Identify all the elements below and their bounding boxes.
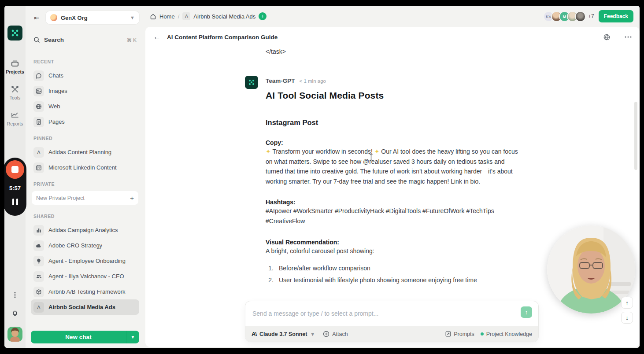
rail-item-reports[interactable]: Reports xyxy=(7,111,23,126)
pause-recording-button[interactable] xyxy=(12,199,18,205)
calendar-icon xyxy=(33,162,44,173)
org-name: GenX Org xyxy=(61,15,126,21)
rail-item-tools[interactable]: Tools xyxy=(10,85,21,100)
breadcrumb: Home / A Airbnb Social Media Ads + xyxy=(150,12,266,20)
search-shortcut: ⌘ K xyxy=(127,37,137,43)
message-heading: AI Tool Social Media Posts xyxy=(266,90,523,101)
app-window: Projects Tools Reports 5:57 ⇤ xyxy=(4,6,640,348)
send-arrow-icon: ↑ xyxy=(525,309,528,316)
attach-plus-icon xyxy=(323,331,329,337)
sidebar-item-web[interactable]: Web xyxy=(31,99,139,114)
message-input[interactable] xyxy=(252,310,521,317)
message-composer: ↑ A\ Claude 3.7 Sonnet ▼ Attach xyxy=(245,301,538,342)
stop-icon xyxy=(11,166,19,173)
topbar: Home / A Airbnb Social Media Ads + KV M … xyxy=(144,6,640,27)
project-knowledge-button[interactable]: Project Knowledge xyxy=(481,331,532,337)
list-item: 1. Before/after workflow comparison xyxy=(266,265,523,272)
prompts-button[interactable]: Prompts xyxy=(445,331,474,337)
copy-label: Copy: xyxy=(266,139,523,146)
scroll-down-button[interactable]: ↓ xyxy=(621,312,633,324)
new-chat-button[interactable]: New chat xyxy=(31,331,126,343)
section-title-pinned: PINNED xyxy=(33,136,137,141)
stop-recording-button[interactable] xyxy=(6,160,24,179)
project-letter-badge: A xyxy=(182,12,190,20)
team-gpt-avatar-icon xyxy=(245,76,258,89)
recording-timer: 5:57 xyxy=(9,185,21,192)
sidebar-item-pages[interactable]: Pages xyxy=(31,114,139,129)
section-title-recent: RECENT xyxy=(33,59,137,64)
chevron-down-icon: ▼ xyxy=(131,335,135,339)
letter-a-badge: A xyxy=(33,302,44,313)
model-name: Claude 3.7 Sonnet xyxy=(259,331,307,337)
avatar xyxy=(575,11,586,22)
sidebar: ⇤ GenX Org ▼ Search ⌘ K RECENT Chats Ima… xyxy=(26,6,144,348)
sidebar-item-adobe-cro-strategy[interactable]: Adobe CRO Strategy xyxy=(31,238,139,253)
projects-icon xyxy=(11,59,19,68)
user-avatar[interactable] xyxy=(7,327,22,342)
users-icon xyxy=(33,271,44,282)
screen-recorder-widget: 5:57 xyxy=(4,158,26,216)
visual-intro: A bright, colorful carousel post showing… xyxy=(266,246,523,256)
back-arrow-icon[interactable]: ← xyxy=(153,33,161,41)
home-icon[interactable] xyxy=(150,13,156,20)
team-gpt-logo-icon[interactable] xyxy=(7,26,22,41)
sidebar-item-airbnb-social-media-ads[interactable]: A Airbnb Social Media Ads xyxy=(31,299,139,315)
visual-recommendation-list: 1. Before/after workflow comparison 2. U… xyxy=(266,265,523,284)
chevron-down-icon: ▼ xyxy=(310,332,315,337)
feedback-button[interactable]: Feedback xyxy=(599,10,633,22)
visual-recommendation-label: Visual Recommendation: xyxy=(266,239,523,246)
send-button[interactable]: ↑ xyxy=(521,306,532,318)
arrow-down-icon: ↓ xyxy=(625,314,629,321)
sparkle-icon: ✦ xyxy=(266,148,271,155)
share-globe-icon[interactable] xyxy=(603,33,611,41)
new-private-project-row[interactable]: New Private Project + xyxy=(32,191,138,205)
bar-chart-icon xyxy=(33,225,44,236)
sidebar-item-adidas-content-planning[interactable]: A Adidas Content Planning xyxy=(31,144,139,160)
prompts-icon xyxy=(445,331,451,337)
breadcrumb-current[interactable]: Airbnb Social Media Ads xyxy=(193,13,255,20)
list-item: 2. User testimonial with lifestyle photo… xyxy=(266,277,523,284)
org-selector[interactable]: GenX Org ▼ xyxy=(46,11,139,24)
more-options-ellipsis-icon[interactable] xyxy=(625,36,632,38)
member-avatars[interactable]: KV M +7 xyxy=(543,11,594,22)
chevron-down-icon: ▼ xyxy=(130,15,135,20)
sidebar-item-agent-iliya-valchanov-ceo[interactable]: Agent - Iliya Valchanov - CEO xyxy=(31,269,139,284)
arrow-up-icon: ↑ xyxy=(625,299,629,306)
section-title-shared: SHARED xyxy=(33,214,137,219)
attach-button[interactable]: Attach xyxy=(323,331,348,337)
sidebar-item-microsoft-linkedin-content[interactable]: Microsoft LinkedIn Content xyxy=(31,160,139,175)
rail-item-projects[interactable]: Projects xyxy=(6,59,24,74)
breadcrumb-home[interactable]: Home xyxy=(159,13,175,20)
knowledge-status-dot-icon xyxy=(481,332,484,336)
chat-header: ← AI Content Platform Comparison Guide xyxy=(145,27,640,47)
collapse-sidebar-button[interactable]: ⇤ xyxy=(31,12,42,23)
package-icon xyxy=(33,287,44,297)
scrollbar-thumb[interactable] xyxy=(634,102,637,170)
search-label: Search xyxy=(44,37,123,43)
notifications-bell-icon[interactable] xyxy=(11,308,19,317)
rail-item-label: Projects xyxy=(6,69,24,74)
sidebar-item-images[interactable]: Images xyxy=(31,83,139,99)
left-rail: Projects Tools Reports 5:57 xyxy=(4,6,26,348)
hashtags-text: #AIpower #WorkSmarter #ProductivityHack … xyxy=(266,206,523,226)
section-title-private: PRIVATE xyxy=(33,181,137,187)
sidebar-item-adidas-campaign-analytics[interactable]: Adidas Campaign Analytics xyxy=(31,222,139,238)
new-chat-plus-icon[interactable]: + xyxy=(259,12,266,20)
instagram-post-heading: Instagram Post xyxy=(266,118,523,127)
new-chat-dropdown-button[interactable]: ▼ xyxy=(126,331,139,343)
scroll-up-button[interactable]: ↑ xyxy=(621,297,633,309)
letter-a-badge: A xyxy=(33,147,44,158)
tools-icon xyxy=(11,85,19,94)
sidebar-item-airbnb-ab-testing-framework[interactable]: Airbnb A/B Testing Framework xyxy=(31,284,139,299)
add-private-project-icon[interactable]: + xyxy=(130,194,134,202)
model-selector[interactable]: A\ Claude 3.7 Sonnet ▼ xyxy=(252,331,315,337)
message-timestamp: < 1 min ago xyxy=(300,78,326,84)
more-options-kebab-icon[interactable] xyxy=(12,291,18,299)
sidebar-item-chats[interactable]: Chats xyxy=(31,68,139,83)
search-icon xyxy=(33,37,40,43)
copy-text: ✦ Transform your workflow in seconds! ✦ … xyxy=(266,147,523,186)
sidebar-item-agent-employee-onboarding[interactable]: Agent - Employee Onboarding xyxy=(31,253,139,269)
search-button[interactable]: Search ⌘ K xyxy=(31,34,139,46)
page-icon xyxy=(33,117,44,127)
new-private-project-label: New Private Project xyxy=(36,195,130,201)
